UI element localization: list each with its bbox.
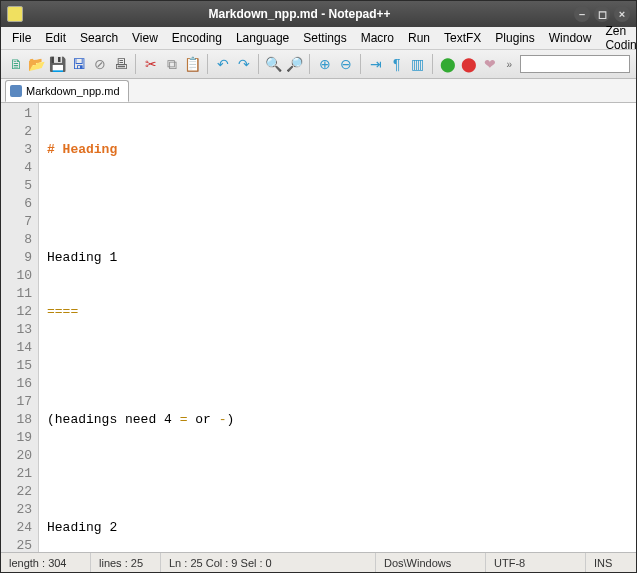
- status-position: Ln : 25 Col : 9 Sel : 0: [161, 553, 376, 572]
- code-text: (headings need 4: [47, 412, 180, 427]
- undo-icon[interactable]: ↶: [214, 54, 231, 74]
- titlebar[interactable]: Markdown_npp.md - Notepad++ – ◻ ×: [1, 1, 636, 27]
- tab-label: Markdown_npp.md: [26, 85, 120, 97]
- save-icon[interactable]: 💾: [49, 54, 66, 74]
- redo-icon[interactable]: ↷: [235, 54, 252, 74]
- line-number: 5: [1, 177, 32, 195]
- status-mode: INS: [586, 553, 636, 572]
- line-number: 21: [1, 465, 32, 483]
- line-number: 7: [1, 213, 32, 231]
- wrap-icon[interactable]: ⇥: [367, 54, 384, 74]
- app-window: Markdown_npp.md - Notepad++ – ◻ × File E…: [0, 0, 637, 573]
- line-number: 24: [1, 519, 32, 537]
- line-number: 1: [1, 105, 32, 123]
- line-number: 20: [1, 447, 32, 465]
- paste-icon[interactable]: 📋: [184, 54, 201, 74]
- menu-macro[interactable]: Macro: [354, 29, 401, 47]
- line-number: 15: [1, 357, 32, 375]
- code-area[interactable]: # Heading Heading 1 ==== (headings need …: [39, 103, 636, 552]
- toolbar: 🗎 📂 💾 🖫 ⊘ 🖶 ✂ ⧉ 📋 ↶ ↷ 🔍 🔎 ⊕ ⊖ ⇥ ¶ ▥ ⬤ ⬤ …: [1, 49, 636, 79]
- app-icon: [7, 6, 23, 22]
- status-length: length : 304: [1, 553, 91, 572]
- close-button[interactable]: ×: [614, 6, 630, 22]
- line-number: 3: [1, 141, 32, 159]
- show-all-icon[interactable]: ¶: [388, 54, 405, 74]
- status-eol: Dos\Windows: [376, 553, 486, 572]
- open-file-icon[interactable]: 📂: [28, 54, 45, 74]
- statusbar: length : 304 lines : 25 Ln : 25 Col : 9 …: [1, 552, 636, 572]
- line-number: 4: [1, 159, 32, 177]
- new-file-icon[interactable]: 🗎: [7, 54, 24, 74]
- menu-view[interactable]: View: [125, 29, 165, 47]
- toolbar-sep: [309, 54, 310, 74]
- replace-icon[interactable]: 🔎: [286, 54, 303, 74]
- minimize-button[interactable]: –: [574, 6, 590, 22]
- menu-search[interactable]: Search: [73, 29, 125, 47]
- save-all-icon[interactable]: 🖫: [70, 54, 87, 74]
- line-number: 23: [1, 501, 32, 519]
- line-number: 13: [1, 321, 32, 339]
- file-icon: [10, 85, 22, 97]
- code-text: Heading 2: [47, 520, 117, 535]
- cut-icon[interactable]: ✂: [142, 54, 159, 74]
- record-icon[interactable]: ⬤: [460, 54, 477, 74]
- menubar: File Edit Search View Encoding Language …: [1, 27, 636, 49]
- editor[interactable]: 1 2 3 4 5 6 7 8 9 10 11 12 13 14 15 16 1…: [1, 103, 636, 552]
- line-number: 22: [1, 483, 32, 501]
- print-icon[interactable]: 🖶: [112, 54, 129, 74]
- line-number: 6: [1, 195, 32, 213]
- menu-window[interactable]: Window: [542, 29, 599, 47]
- toolbar-sep: [135, 54, 136, 74]
- line-number: 10: [1, 267, 32, 285]
- line-number: 14: [1, 339, 32, 357]
- line-number: 19: [1, 429, 32, 447]
- status-lines: lines : 25: [91, 553, 161, 572]
- line-number: 8: [1, 231, 32, 249]
- menu-edit[interactable]: Edit: [38, 29, 73, 47]
- line-number: 18: [1, 411, 32, 429]
- menu-textfx[interactable]: TextFX: [437, 29, 488, 47]
- copy-icon[interactable]: ⧉: [163, 54, 180, 74]
- line-number: 11: [1, 285, 32, 303]
- zoom-in-icon[interactable]: ⊕: [316, 54, 333, 74]
- menu-run[interactable]: Run: [401, 29, 437, 47]
- toolbar-sep: [360, 54, 361, 74]
- line-number: 2: [1, 123, 32, 141]
- code-text: or: [187, 412, 218, 427]
- maximize-button[interactable]: ◻: [594, 6, 610, 22]
- menu-encoding[interactable]: Encoding: [165, 29, 229, 47]
- line-number: 12: [1, 303, 32, 321]
- menu-file[interactable]: File: [5, 29, 38, 47]
- toolbar-sep: [207, 54, 208, 74]
- find-icon[interactable]: 🔍: [265, 54, 282, 74]
- toolbar-sep: [258, 54, 259, 74]
- line-number: 25: [1, 537, 32, 552]
- code-text: # Heading: [47, 142, 117, 157]
- close-icon[interactable]: ⊘: [91, 54, 108, 74]
- code-text: ): [226, 412, 234, 427]
- indent-guide-icon[interactable]: ▥: [409, 54, 426, 74]
- tab-markdown-npp[interactable]: Markdown_npp.md: [5, 80, 129, 102]
- tabbar: Markdown_npp.md: [1, 79, 636, 103]
- toolbar-search-input[interactable]: [520, 55, 630, 73]
- toolbar-sep: [432, 54, 433, 74]
- status-encoding: UTF-8: [486, 553, 586, 572]
- line-number: 17: [1, 393, 32, 411]
- zoom-out-icon[interactable]: ⊖: [337, 54, 354, 74]
- window-title: Markdown_npp.md - Notepad++: [29, 7, 570, 21]
- code-text: Heading 1: [47, 250, 117, 265]
- toolbar-overflow-icon[interactable]: »: [502, 59, 516, 70]
- lang-icon[interactable]: ⬤: [439, 54, 456, 74]
- line-number-gutter: 1 2 3 4 5 6 7 8 9 10 11 12 13 14 15 16 1…: [1, 103, 39, 552]
- line-number: 9: [1, 249, 32, 267]
- menu-language[interactable]: Language: [229, 29, 296, 47]
- play-icon[interactable]: ❤: [481, 54, 498, 74]
- menu-settings[interactable]: Settings: [296, 29, 353, 47]
- code-text: ====: [47, 304, 78, 319]
- line-number: 16: [1, 375, 32, 393]
- menu-plugins[interactable]: Plugins: [488, 29, 541, 47]
